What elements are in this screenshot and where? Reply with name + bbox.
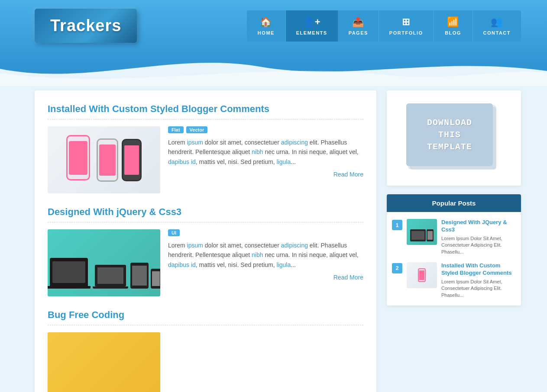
post-1-excerpt: Lorem ipsum dolor sit amet, consectetuer… <box>168 138 363 167</box>
download-card-front[interactable]: DOWNLOADTHISTEMPLATE <box>406 103 493 166</box>
phone-black-mock <box>122 139 142 181</box>
pages-icon: 📤 <box>352 16 364 28</box>
sidebar: DOWNLOADTHISTEMPLATE Popular Posts 1 <box>387 90 521 392</box>
popular-item-1-info: Designed With JQuery & Css3 Lorem Ipsum … <box>441 219 516 255</box>
portfolio-icon: ⊞ <box>402 16 410 28</box>
post-3-body <box>48 332 363 392</box>
home-icon: 🏠 <box>260 16 272 28</box>
mini-monitor-icon <box>410 229 426 241</box>
contact-icon: 👥 <box>491 16 503 28</box>
nav-home-label: HOME <box>258 30 275 35</box>
nav-pages-label: PAGES <box>349 30 368 35</box>
popular-item-1-thumb <box>407 219 437 245</box>
post-1-read-more[interactable]: Read More <box>168 171 363 178</box>
nav-elements-label: ELEMENTS <box>296 30 327 35</box>
post-2-image <box>48 229 160 296</box>
tag-ui[interactable]: UI <box>168 229 180 236</box>
popular-item-2-title[interactable]: Installed With Custom Styled Blogger Com… <box>441 262 516 277</box>
mini-phone-icon <box>427 229 434 241</box>
tablet-device <box>130 263 149 289</box>
post-2-excerpt: Lorem ipsum dolor sit amet, consectetuer… <box>168 241 363 270</box>
popular-item-1-title[interactable]: Designed With JQuery & Css3 <box>441 219 516 234</box>
download-text: DOWNLOADTHISTEMPLATE <box>427 117 472 153</box>
post-1-divider <box>48 119 363 119</box>
popular-item-2-excerpt: Lorem Ipsum Dolor Sit Amet, Consectetuer… <box>441 279 516 299</box>
logo[interactable]: Trackers <box>35 9 137 43</box>
main-nav: 🏠 HOME 👤+ ELEMENTS 📤 PAGES ⊞ PORTFOLIO 📶… <box>247 10 521 42</box>
nav-blog-label: BLOG <box>445 30 461 35</box>
post-1: Installed With Custom Styled Blogger Com… <box>48 103 363 193</box>
nav-portfolio-label: PORTFOLIO <box>389 30 423 35</box>
nav-blog[interactable]: 📶 BLOG <box>434 10 473 42</box>
post-1-body: Flat Vector Lorem ipsum dolor sit amet, … <box>48 126 363 193</box>
post-2-meta: UI Lorem ipsum dolor sit amet, consectet… <box>168 229 363 281</box>
elements-icon: 👤+ <box>303 16 321 28</box>
laptop-device <box>93 265 128 289</box>
post-3-title[interactable]: Bug Free Coding <box>48 309 363 321</box>
post-3: Bug Free Coding <box>48 309 363 392</box>
nav-portfolio[interactable]: ⊞ PORTFOLIO <box>379 10 434 42</box>
popular-item-1[interactable]: 1 Designed With JQuery & Css3 <box>387 215 521 259</box>
post-1-title[interactable]: Installed With Custom Styled Blogger Com… <box>48 103 363 115</box>
download-card[interactable]: DOWNLOADTHISTEMPLATE <box>406 103 502 173</box>
main-wrapper: Installed With Custom Styled Blogger Com… <box>0 77 547 392</box>
popular-posts-list: 1 Designed With JQuery & Css3 <box>387 212 521 305</box>
sidebar-popular-posts: Popular Posts 1 <box>387 194 521 305</box>
popular-item-2-number: 2 <box>392 263 402 273</box>
nav-pages[interactable]: 📤 PAGES <box>338 10 379 42</box>
post-2-tags: UI <box>168 229 363 236</box>
mini-pink-phone-icon <box>418 268 426 282</box>
monitor-device <box>48 258 91 289</box>
logo-text: Trackers <box>50 16 121 35</box>
nav-elements[interactable]: 👤+ ELEMENTS <box>286 10 338 42</box>
post-1-tags: Flat Vector <box>168 126 363 133</box>
post-2-title[interactable]: Designed With jQuery & Css3 <box>48 206 363 218</box>
post-1-image <box>48 126 160 193</box>
post-3-divider <box>48 325 363 325</box>
post-3-meta <box>168 332 363 337</box>
nav-contact-label: CONTACT <box>483 30 511 35</box>
phone-white-mock <box>97 138 118 182</box>
popular-item-1-number: 1 <box>392 220 402 230</box>
content-area: Installed With Custom Styled Blogger Com… <box>35 90 376 392</box>
popular-item-2-thumb <box>407 262 437 288</box>
phone-device <box>151 269 161 289</box>
sidebar-download: DOWNLOADTHISTEMPLATE <box>387 90 521 186</box>
nav-contact[interactable]: 👥 CONTACT <box>473 10 521 42</box>
popular-item-2-info: Installed With Custom Styled Blogger Com… <box>441 262 516 299</box>
post-1-meta: Flat Vector Lorem ipsum dolor sit amet, … <box>168 126 363 178</box>
nav-home[interactable]: 🏠 HOME <box>247 10 286 42</box>
post-2-read-more[interactable]: Read More <box>168 274 363 281</box>
blog-icon: 📶 <box>447 16 459 28</box>
post-2: Designed With jQuery & Css3 <box>48 206 363 296</box>
post-2-body: UI Lorem ipsum dolor sit amet, consectet… <box>48 229 363 296</box>
tag-vector[interactable]: Vector <box>186 126 208 133</box>
popular-item-2[interactable]: 2 Installed With Custom Styled Blogger C… <box>387 259 521 302</box>
tag-flat[interactable]: Flat <box>168 126 184 133</box>
popular-item-1-excerpt: Lorem Ipsum Dolor Sit Amet, Consectetuer… <box>441 235 516 255</box>
post-2-divider <box>48 222 363 222</box>
popular-posts-header: Popular Posts <box>387 194 521 212</box>
phone-pink-mock <box>66 135 93 185</box>
post-3-image <box>48 332 160 392</box>
